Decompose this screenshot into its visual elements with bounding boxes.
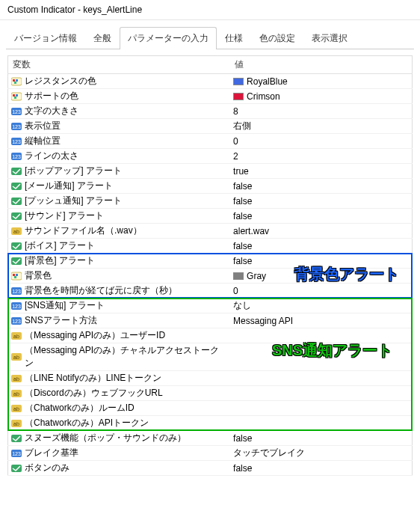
table-row[interactable]: [メール通知] アラートfalse (8, 179, 413, 194)
param-value[interactable]: true (233, 166, 249, 177)
param-value[interactable]: false (233, 211, 252, 221)
tab-3[interactable]: 仕様 (217, 27, 251, 49)
table-row[interactable]: 123背景色を時間が経てば元に戻す（秒）0 (8, 284, 413, 299)
table-row[interactable]: 背景色Gray (8, 269, 413, 284)
table-row[interactable]: レジスタンスの色RoyalBlue (8, 74, 413, 89)
param-name: 表示位置 (25, 120, 61, 132)
svg-rect-26 (16, 274, 18, 276)
svg-text:123: 123 (12, 154, 21, 159)
table-row[interactable]: 123表示位置右側 (8, 119, 413, 134)
int-type-icon: 123 (11, 136, 22, 147)
color-swatch (233, 93, 244, 100)
table-row[interactable]: [プッシュ通知] アラートfalse (8, 194, 413, 209)
column-header-variable[interactable]: 変数 (8, 56, 231, 74)
tab-2[interactable]: パラメーターの入力 (120, 27, 217, 49)
string-type-icon: ab (11, 373, 22, 384)
table-row[interactable]: ab（Messaging APIのみ）チャネルアクセストークン (8, 343, 413, 371)
table-row[interactable]: [ポップアップ] アラートtrue (8, 164, 413, 179)
param-name: （LINE Notifyのみ）LINEトークン (25, 372, 161, 385)
string-type-icon: ab (11, 418, 22, 429)
bool-type-icon (11, 211, 22, 221)
svg-text:ab: ab (13, 355, 19, 360)
svg-text:ab: ab (13, 391, 19, 397)
int-type-icon: 123 (11, 106, 22, 117)
param-name: （Discordのみ）ウェブフックURL (25, 387, 163, 400)
param-value[interactable]: false (233, 256, 252, 266)
param-name: [サウンド] アラート (25, 209, 104, 222)
param-value[interactable]: なし (233, 299, 251, 312)
param-value[interactable]: false (233, 196, 252, 206)
svg-rect-7 (14, 97, 16, 99)
tab-0[interactable]: バージョン情報 (6, 27, 85, 49)
table-row[interactable]: スヌーズ機能（ポップ・サウンドのみ）false (8, 431, 413, 446)
svg-rect-25 (13, 274, 15, 276)
table-row[interactable]: ab（LINE Notifyのみ）LINEトークン (8, 371, 413, 386)
param-value[interactable]: false (233, 181, 252, 192)
param-value[interactable]: タッチでブレイク (233, 447, 305, 459)
window-content: バージョン情報全般パラメーターの入力仕様色の設定表示選択 変数 値 レジスタンス… (0, 20, 420, 483)
table-row[interactable]: 123SNSアラート方法Messaging API (8, 313, 413, 328)
table-row[interactable]: ab（Discordのみ）ウェブフックURL (8, 386, 413, 401)
param-value[interactable]: alert.wav (233, 226, 269, 236)
param-value[interactable]: false (233, 241, 252, 251)
table-row[interactable]: ボタンのみfalse (8, 461, 413, 476)
table-row[interactable]: [ボイス] アラートfalse (8, 239, 413, 254)
param-name: [メール通知] アラート (25, 180, 113, 192)
param-name: （Chatworkのみ）ルームID (25, 402, 135, 414)
color-type-icon (11, 76, 22, 87)
svg-text:123: 123 (12, 289, 21, 294)
table-row[interactable]: [背景色] アラートfalse (8, 254, 413, 269)
table-row[interactable]: ab（Messaging APIのみ）ユーザーID (8, 328, 413, 343)
int-type-icon: 123 (11, 316, 22, 326)
param-value[interactable]: 0 (233, 136, 238, 147)
svg-text:123: 123 (12, 139, 21, 144)
param-value[interactable]: 0 (233, 286, 238, 296)
tab-4[interactable]: 色の設定 (251, 27, 303, 49)
table-row[interactable]: サポートの色Crimson (8, 89, 413, 104)
param-name: 文字の大きさ (25, 105, 78, 117)
column-header-value[interactable]: 値 (230, 56, 412, 74)
svg-text:ab: ab (13, 229, 19, 234)
svg-text:ab: ab (13, 406, 19, 411)
param-name: [プッシュ通知] アラート (25, 195, 122, 207)
param-value[interactable]: 2 (233, 151, 238, 162)
table-row[interactable]: 123縦軸位置0 (8, 134, 413, 149)
table-row[interactable]: abサウンドファイル名（.wav）alert.wav (8, 224, 413, 239)
table-row[interactable]: 123ラインの太さ2 (8, 149, 413, 164)
param-name: ボタンのみ (25, 462, 70, 474)
param-value[interactable]: RoyalBlue (247, 76, 288, 87)
table-row[interactable]: 123文字の大きさ8 (8, 104, 413, 119)
svg-text:ab: ab (13, 376, 19, 382)
int-type-icon: 123 (11, 448, 22, 459)
param-value[interactable]: Messaging API (233, 316, 293, 326)
string-type-icon: ab (11, 388, 22, 399)
window-titlebar: Custom Indicator - keys_AlertLine (0, 0, 420, 20)
svg-rect-27 (14, 276, 16, 278)
table-row[interactable]: [サウンド] アラートfalse (8, 209, 413, 224)
param-value[interactable]: Gray (247, 271, 266, 281)
tab-body-parameters: 変数 値 レジスタンスの色RoyalBlueサポートの色Crimson123文字… (6, 49, 414, 477)
param-value[interactable]: false (233, 433, 252, 444)
string-type-icon: ab (11, 352, 22, 362)
param-name: [背景色] アラート (25, 254, 95, 267)
param-name: （Messaging APIのみ）チャネルアクセストークン (25, 344, 227, 370)
bool-type-icon (11, 241, 22, 251)
bool-type-icon (11, 196, 22, 206)
svg-text:123: 123 (12, 124, 21, 129)
table-row[interactable]: ab（Chatworkのみ）APIトークン (8, 416, 413, 431)
table-row[interactable]: 123[SNS通知] アラートなし (8, 299, 413, 313)
int-type-icon: 123 (11, 121, 22, 132)
int-type-icon: 123 (11, 301, 22, 311)
table-row[interactable]: 123ブレイク基準タッチでブレイク (8, 446, 413, 461)
svg-text:123: 123 (12, 304, 21, 309)
param-value[interactable]: 8 (233, 106, 238, 117)
param-value[interactable]: 右側 (233, 120, 251, 132)
param-value[interactable]: false (233, 463, 252, 474)
string-type-icon: ab (11, 226, 22, 236)
param-value[interactable]: Crimson (247, 91, 280, 102)
svg-rect-1 (13, 79, 15, 82)
tab-5[interactable]: 表示選択 (303, 27, 356, 49)
tab-1[interactable]: 全般 (85, 27, 120, 49)
table-row[interactable]: ab（Chatworkのみ）ルームID (8, 401, 413, 416)
param-name: ブレイク基準 (25, 447, 78, 459)
